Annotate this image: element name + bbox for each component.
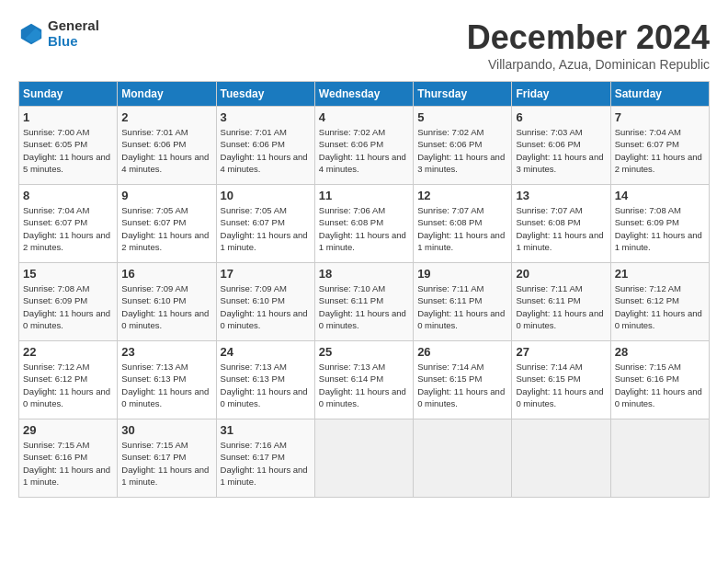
day-number: 6 [516, 110, 606, 124]
calendar-week-1: 1Sunrise: 7:00 AMSunset: 6:05 PMDaylight… [19, 107, 710, 185]
calendar-week-5: 29Sunrise: 7:15 AMSunset: 6:16 PMDayligh… [19, 419, 710, 498]
day-number: 28 [615, 345, 705, 359]
location-subtitle: Villarpando, Azua, Dominican Republic [467, 57, 710, 72]
day-info: Sunrise: 7:07 AMSunset: 6:08 PMDaylight:… [516, 204, 606, 253]
day-info: Sunrise: 7:09 AMSunset: 6:10 PMDaylight:… [221, 282, 311, 331]
day-info: Sunrise: 7:15 AMSunset: 6:16 PMDaylight:… [615, 361, 705, 409]
day-number: 20 [516, 267, 606, 281]
calendar-cell: 29Sunrise: 7:15 AMSunset: 6:16 PMDayligh… [19, 419, 118, 498]
day-number: 9 [121, 189, 211, 202]
day-info: Sunrise: 7:16 AMSunset: 6:17 PMDaylight:… [221, 439, 311, 488]
header-sunday: Sunday [19, 82, 118, 107]
day-number: 8 [23, 189, 113, 202]
day-number: 24 [221, 345, 311, 359]
day-info: Sunrise: 7:15 AMSunset: 6:17 PMDaylight:… [121, 439, 211, 488]
day-info: Sunrise: 7:14 AMSunset: 6:15 PMDaylight:… [516, 361, 606, 409]
calendar-body: 1Sunrise: 7:00 AMSunset: 6:05 PMDaylight… [19, 107, 710, 498]
day-number: 31 [221, 423, 311, 437]
header-friday: Friday [512, 82, 610, 107]
calendar-cell: 20Sunrise: 7:11 AMSunset: 6:11 PMDayligh… [512, 263, 610, 341]
calendar-cell: 2Sunrise: 7:01 AMSunset: 6:06 PMDaylight… [118, 107, 216, 185]
calendar-week-3: 15Sunrise: 7:08 AMSunset: 6:09 PMDayligh… [19, 263, 710, 341]
day-info: Sunrise: 7:13 AMSunset: 6:14 PMDaylight:… [319, 361, 409, 409]
day-info: Sunrise: 7:13 AMSunset: 6:13 PMDaylight:… [221, 361, 311, 409]
day-number: 11 [319, 189, 409, 202]
day-info: Sunrise: 7:11 AMSunset: 6:11 PMDaylight:… [417, 282, 507, 331]
day-info: Sunrise: 7:01 AMSunset: 6:06 PMDaylight:… [221, 126, 311, 175]
calendar-cell: 17Sunrise: 7:09 AMSunset: 6:10 PMDayligh… [216, 263, 314, 341]
day-info: Sunrise: 7:09 AMSunset: 6:10 PMDaylight:… [121, 282, 211, 331]
day-number: 16 [121, 267, 211, 281]
day-number: 12 [417, 189, 507, 202]
calendar-cell: 18Sunrise: 7:10 AMSunset: 6:11 PMDayligh… [314, 263, 413, 341]
calendar-cell: 7Sunrise: 7:04 AMSunset: 6:07 PMDaylight… [610, 107, 709, 185]
calendar-cell: 4Sunrise: 7:02 AMSunset: 6:06 PMDaylight… [314, 107, 413, 185]
calendar-cell: 16Sunrise: 7:09 AMSunset: 6:10 PMDayligh… [118, 263, 216, 341]
day-info: Sunrise: 7:00 AMSunset: 6:05 PMDaylight:… [23, 126, 113, 175]
day-info: Sunrise: 7:08 AMSunset: 6:09 PMDaylight:… [615, 204, 705, 253]
day-info: Sunrise: 7:08 AMSunset: 6:09 PMDaylight:… [23, 282, 113, 331]
calendar-cell: 21Sunrise: 7:12 AMSunset: 6:12 PMDayligh… [610, 263, 709, 341]
calendar-cell [610, 419, 709, 498]
day-number: 5 [417, 110, 507, 124]
title-block: December 2024 Villarpando, Azua, Dominic… [467, 18, 710, 72]
day-info: Sunrise: 7:01 AMSunset: 6:06 PMDaylight:… [121, 126, 211, 175]
logo-text: General Blue [48, 18, 99, 49]
day-info: Sunrise: 7:14 AMSunset: 6:15 PMDaylight:… [417, 361, 507, 409]
day-info: Sunrise: 7:15 AMSunset: 6:16 PMDaylight:… [23, 439, 113, 488]
page-header: General Blue December 2024 Villarpando, … [18, 18, 710, 72]
logo-general: General [48, 18, 99, 34]
calendar-cell: 1Sunrise: 7:00 AMSunset: 6:05 PMDaylight… [19, 107, 118, 185]
day-number: 10 [221, 189, 311, 202]
calendar-cell: 13Sunrise: 7:07 AMSunset: 6:08 PMDayligh… [512, 185, 610, 263]
month-title: December 2024 [467, 18, 710, 57]
day-info: Sunrise: 7:05 AMSunset: 6:07 PMDaylight:… [221, 204, 311, 253]
day-number: 23 [121, 345, 211, 359]
calendar-cell: 8Sunrise: 7:04 AMSunset: 6:07 PMDaylight… [19, 185, 118, 263]
calendar-cell: 30Sunrise: 7:15 AMSunset: 6:17 PMDayligh… [118, 419, 216, 498]
day-number: 19 [417, 267, 507, 281]
day-info: Sunrise: 7:12 AMSunset: 6:12 PMDaylight:… [615, 282, 705, 331]
day-info: Sunrise: 7:02 AMSunset: 6:06 PMDaylight:… [417, 126, 507, 175]
calendar-cell: 11Sunrise: 7:06 AMSunset: 6:08 PMDayligh… [314, 185, 413, 263]
calendar-cell: 24Sunrise: 7:13 AMSunset: 6:13 PMDayligh… [216, 341, 314, 419]
calendar-cell [512, 419, 610, 498]
day-number: 25 [319, 345, 409, 359]
logo-icon [18, 21, 44, 47]
calendar-cell: 25Sunrise: 7:13 AMSunset: 6:14 PMDayligh… [314, 341, 413, 419]
day-number: 2 [121, 110, 211, 124]
day-number: 1 [23, 110, 113, 124]
day-number: 22 [23, 345, 113, 359]
day-info: Sunrise: 7:04 AMSunset: 6:07 PMDaylight:… [23, 204, 113, 253]
calendar-cell: 5Sunrise: 7:02 AMSunset: 6:06 PMDaylight… [414, 107, 512, 185]
day-info: Sunrise: 7:11 AMSunset: 6:11 PMDaylight:… [516, 282, 606, 331]
calendar-cell: 3Sunrise: 7:01 AMSunset: 6:06 PMDaylight… [216, 107, 314, 185]
day-number: 27 [516, 345, 606, 359]
logo: General Blue [18, 18, 99, 49]
day-number: 4 [319, 110, 409, 124]
calendar-cell: 12Sunrise: 7:07 AMSunset: 6:08 PMDayligh… [414, 185, 512, 263]
calendar-cell: 10Sunrise: 7:05 AMSunset: 6:07 PMDayligh… [216, 185, 314, 263]
day-info: Sunrise: 7:04 AMSunset: 6:07 PMDaylight:… [615, 126, 705, 175]
calendar-cell: 28Sunrise: 7:15 AMSunset: 6:16 PMDayligh… [610, 341, 709, 419]
day-info: Sunrise: 7:12 AMSunset: 6:12 PMDaylight:… [23, 361, 113, 409]
calendar-cell: 15Sunrise: 7:08 AMSunset: 6:09 PMDayligh… [19, 263, 118, 341]
calendar-cell [314, 419, 413, 498]
calendar-cell: 31Sunrise: 7:16 AMSunset: 6:17 PMDayligh… [216, 419, 314, 498]
calendar-cell: 26Sunrise: 7:14 AMSunset: 6:15 PMDayligh… [414, 341, 512, 419]
calendar-week-4: 22Sunrise: 7:12 AMSunset: 6:12 PMDayligh… [19, 341, 710, 419]
logo-blue: Blue [48, 34, 99, 50]
day-number: 30 [121, 423, 211, 437]
day-info: Sunrise: 7:06 AMSunset: 6:08 PMDaylight:… [319, 204, 409, 253]
day-info: Sunrise: 7:03 AMSunset: 6:06 PMDaylight:… [516, 126, 606, 175]
day-info: Sunrise: 7:02 AMSunset: 6:06 PMDaylight:… [319, 126, 409, 175]
calendar-week-2: 8Sunrise: 7:04 AMSunset: 6:07 PMDaylight… [19, 185, 710, 263]
day-number: 17 [221, 267, 311, 281]
day-number: 7 [615, 110, 705, 124]
day-info: Sunrise: 7:07 AMSunset: 6:08 PMDaylight:… [417, 204, 507, 253]
header-saturday: Saturday [610, 82, 709, 107]
calendar-cell: 22Sunrise: 7:12 AMSunset: 6:12 PMDayligh… [19, 341, 118, 419]
day-info: Sunrise: 7:05 AMSunset: 6:07 PMDaylight:… [121, 204, 211, 253]
calendar-cell: 27Sunrise: 7:14 AMSunset: 6:15 PMDayligh… [512, 341, 610, 419]
day-number: 21 [615, 267, 705, 281]
